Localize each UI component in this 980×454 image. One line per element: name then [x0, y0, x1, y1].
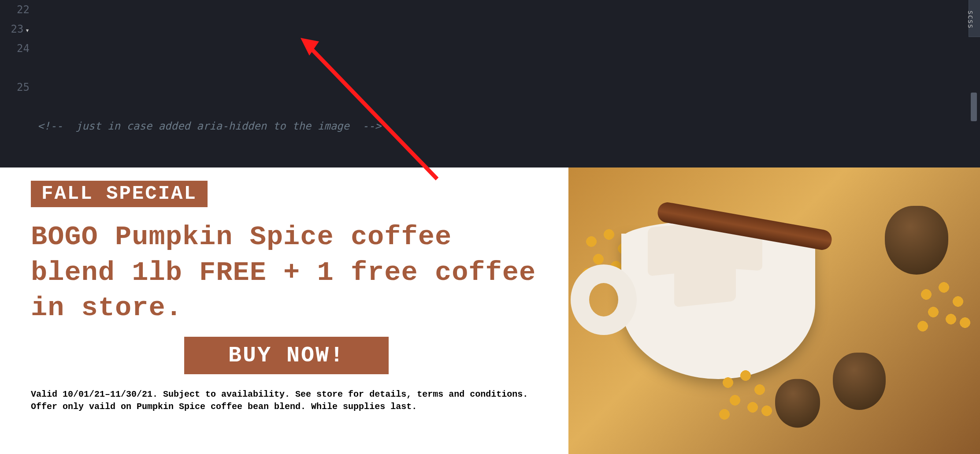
line-number-gutter: 22 23 24 25 [0, 0, 37, 97]
line-number: 23 [0, 19, 30, 39]
line-number: 22 [0, 0, 30, 19]
promo-text-block: FALL SPECIAL BOGO Pumpkin Spice coffee b… [0, 167, 568, 454]
line-number [0, 58, 30, 78]
promo-headline: BOGO Pumpkin Spice coffee blend 1lb FREE… [31, 220, 542, 326]
code-editor[interactable]: SCSS 22 23 24 25 <!-- just in case added… [0, 0, 980, 167]
buy-now-button[interactable]: BUY NOW! [184, 337, 389, 374]
line-number: 25 [0, 78, 30, 97]
line-number: 24 [0, 39, 30, 58]
preview-pane: FALL SPECIAL BOGO Pumpkin Spice coffee b… [0, 167, 980, 454]
scrollbar-vertical[interactable] [971, 93, 977, 121]
promo-fine-print: Valid 10/01/21–11/30/21. Subject to avai… [31, 388, 542, 413]
decorative-image [568, 167, 980, 454]
promo-badge: FALL SPECIAL [31, 181, 208, 207]
code-line-22 [37, 39, 980, 58]
code-line-23: <!-- just in case added aria-hidden to t… [37, 116, 980, 136]
language-tab-scss[interactable]: SCSS [969, 0, 980, 37]
